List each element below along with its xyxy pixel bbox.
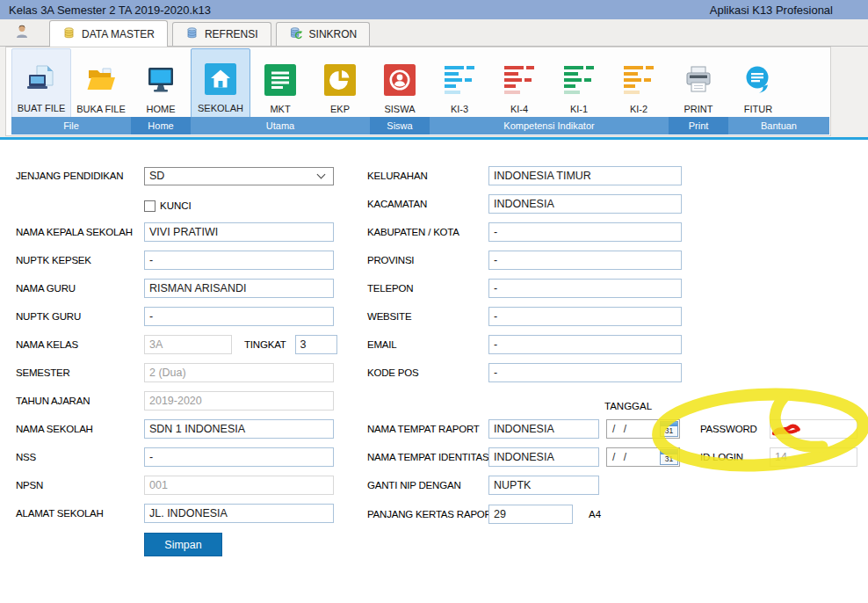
form-row-ganti-nip: GANTI NIP DENGAN — [367, 476, 599, 495]
alamat-sekolah-input[interactable] — [144, 504, 334, 523]
form-row-kode-pos: KODE POS — [367, 363, 682, 382]
kode-pos-input[interactable] — [488, 363, 682, 382]
kunci-label: KUNCI — [160, 200, 192, 211]
tab-data-master[interactable]: DATA MASTER — [49, 20, 168, 47]
tab-sinkron[interactable]: SINKRON — [276, 22, 371, 46]
ribbon-button-buka-file[interactable]: BUKA FILE — [71, 48, 131, 119]
database-yellow-icon — [62, 26, 76, 42]
form-row-nama-kelas: NAMA KELAS TINGKAT — [16, 335, 337, 354]
avatar-icon — [14, 23, 30, 42]
app-title: Aplikasi K13 Profesional — [710, 4, 833, 17]
bars-green-icon — [564, 60, 594, 100]
field-label: NAMA KELAS — [16, 339, 144, 350]
form-row-kepala-sekolah: NAMA KEPALA SEKOLAH — [16, 222, 334, 242]
form-row-website: WEBSITE — [367, 307, 682, 326]
kacamatan-input[interactable] — [488, 194, 682, 214]
ribbon: BUAT FILE BUKA FILE — [0, 47, 868, 137]
tab-refrensi[interactable]: REFRENSI — [172, 22, 271, 46]
nama-tempat-identitas-input[interactable] — [488, 447, 599, 467]
npsn-input — [144, 476, 334, 495]
ribbon-buttons: BUAT FILE BUKA FILE — [7, 48, 829, 119]
ribbon-button-fitur[interactable]: FITUR — [728, 48, 788, 119]
form-row-npsn: NPSN — [16, 476, 334, 495]
form-row-nuptk-guru: NUPTK GURU — [16, 307, 334, 326]
ribbon-button-label: HOME — [147, 104, 176, 114]
nama-kepala-sekolah-input[interactable] — [144, 222, 334, 242]
user-avatar-button[interactable] — [7, 21, 37, 44]
date-value: / / — [612, 423, 629, 435]
nuptk-kepsek-input[interactable] — [144, 251, 334, 270]
tanggal-raport-input[interactable]: / / 31 — [606, 419, 680, 439]
website-input[interactable] — [488, 307, 682, 326]
kunci-checkbox[interactable] — [144, 200, 156, 212]
field-label: WEBSITE — [367, 311, 488, 322]
tanggal-label: TANGGAL — [604, 401, 652, 411]
form-row-panjang-kertas: PANJANG KERTAS RAPOR A4 — [367, 505, 601, 524]
tab-label: DATA MASTER — [82, 28, 155, 40]
home-icon — [205, 59, 236, 99]
ribbon-button-label: BUKA FILE — [76, 104, 126, 114]
email-input[interactable] — [488, 335, 682, 354]
id-login-input — [770, 447, 857, 467]
ribbon-button-buat-file[interactable]: BUAT FILE — [11, 48, 71, 119]
bars-cyan-icon — [445, 60, 474, 100]
field-label: NSS — [16, 452, 144, 462]
kabupaten-kota-input[interactable] — [488, 222, 682, 242]
field-label: KELURAHAN — [367, 171, 488, 181]
field-label: ID LOGIN — [700, 452, 770, 462]
field-label: NUPTK KEPSEK — [16, 255, 144, 265]
provinsi-input[interactable] — [488, 251, 682, 270]
ribbon-button-ki-2[interactable]: KI-2 — [609, 48, 669, 119]
chevron-down-icon — [317, 171, 326, 179]
nama-tempat-raport-input[interactable] — [488, 419, 599, 439]
ribbon-button-label: SEKOLAH — [198, 103, 243, 113]
ribbon-button-ki-1[interactable]: KI-1 — [549, 48, 609, 119]
panjang-kertas-rapor-input[interactable] — [488, 505, 573, 524]
ribbon-button-label: MKT — [270, 104, 290, 114]
ribbon-button-ki-3[interactable]: KI-3 — [430, 48, 489, 119]
tingkat-input[interactable] — [295, 335, 337, 354]
tahun-ajaran-input — [144, 391, 334, 410]
form-row-kelurahan: KELURAHAN — [367, 166, 682, 185]
ribbon-group-file: File — [11, 117, 131, 134]
ribbon-button-sekolah[interactable]: SEKOLAH — [191, 48, 250, 119]
field-label: NAMA GURU — [16, 283, 144, 294]
nss-input[interactable] — [144, 447, 334, 467]
ganti-nip-dengan-input[interactable] — [488, 476, 599, 495]
form-row-semester: SEMESTER — [16, 363, 334, 382]
field-label: NUPTK GURU — [16, 311, 144, 322]
database-blue-icon — [185, 26, 199, 42]
ribbon-button-label: EKP — [330, 104, 350, 114]
field-label: KABUPATEN / KOTA — [367, 227, 488, 237]
form-row-telepon: TELEPON — [367, 279, 682, 298]
calendar-icon[interactable]: 31 — [660, 449, 678, 465]
ribbon-button-ki-4[interactable]: KI-4 — [489, 48, 549, 119]
nuptk-guru-input[interactable] — [144, 307, 334, 326]
telepon-input[interactable] — [488, 279, 682, 298]
ribbon-group-home: Home — [131, 117, 191, 134]
password-input[interactable] — [770, 419, 857, 439]
ribbon-button-print[interactable]: PRINT — [669, 48, 728, 119]
simpan-button[interactable]: Simpan — [144, 533, 222, 556]
tanggal-identitas-input[interactable]: / / 31 — [606, 447, 680, 467]
ribbon-button-home[interactable]: HOME — [131, 48, 191, 119]
nama-sekolah-input[interactable] — [144, 419, 334, 439]
new-file-icon — [25, 59, 57, 99]
form-row-tempat-raport: NAMA TEMPAT RAPORT / / 31 — [367, 419, 680, 439]
list-icon — [264, 60, 296, 100]
semester-input — [144, 363, 334, 382]
ribbon-button-ekp[interactable]: EKP — [310, 48, 370, 119]
form-row-kacamatan: KACAMATAN — [367, 194, 682, 214]
ribbon-button-siswa[interactable]: SISWA — [370, 48, 430, 119]
calendar-icon[interactable]: 31 — [660, 421, 678, 437]
kelurahan-input[interactable] — [488, 166, 682, 185]
field-label: ALAMAT SEKOLAH — [16, 508, 144, 519]
nama-guru-input[interactable] — [144, 279, 334, 298]
app-window: Kelas 3A Semester 2 TA 2019-2020.k13 Apl… — [0, 0, 868, 603]
form-row-nama-sekolah: NAMA SEKOLAH — [16, 419, 334, 439]
combo-value: SD — [149, 170, 164, 182]
jenjang-pendidikan-select[interactable]: SD — [144, 167, 334, 185]
ribbon-button-mkt[interactable]: MKT — [250, 48, 310, 119]
field-label: KACAMATAN — [367, 199, 488, 209]
field-label: KODE POS — [367, 367, 488, 378]
